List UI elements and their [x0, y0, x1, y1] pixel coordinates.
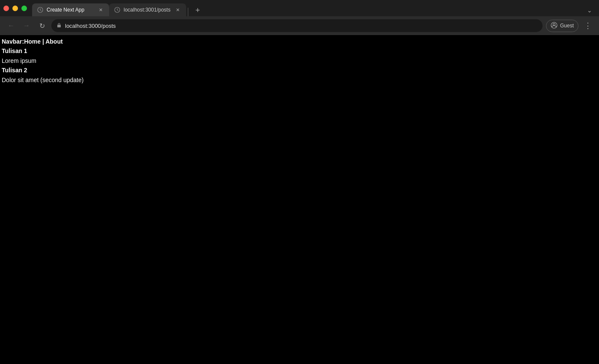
maximize-button[interactable]: [21, 6, 27, 11]
minimize-button[interactable]: [12, 6, 18, 11]
tab-divider: [188, 8, 188, 16]
tab-title-1: Create Next App: [47, 7, 94, 13]
forward-button[interactable]: →: [21, 20, 33, 32]
url-text: localhost:3000/posts: [65, 23, 537, 29]
post-1-title: Tulisan 1: [0, 46, 599, 56]
profile-button[interactable]: Guest: [546, 20, 578, 32]
browser-chrome: Create Next App ✕ localhost:3001/posts ✕…: [0, 0, 599, 35]
lock-icon: [56, 23, 62, 29]
refresh-button[interactable]: ↻: [36, 20, 48, 32]
post-2-title: Tulisan 2: [0, 65, 599, 75]
close-button[interactable]: [3, 6, 9, 11]
back-button[interactable]: ←: [5, 20, 17, 32]
svg-rect-2: [57, 25, 61, 27]
tab-favicon-1: [37, 7, 43, 13]
more-options-button[interactable]: ⋮: [582, 20, 594, 32]
window-controls: [3, 6, 27, 11]
post-1-body: Lorem ipsum: [0, 56, 599, 65]
navbar-text: Navbar:Home | About: [0, 37, 599, 46]
tab-create-next-app[interactable]: Create Next App ✕: [32, 3, 109, 16]
tab-close-2[interactable]: ✕: [174, 6, 181, 13]
tab-expand-button[interactable]: ⌄: [584, 4, 596, 16]
tabs-container: Create Next App ✕ localhost:3001/posts ✕…: [32, 0, 596, 16]
svg-point-4: [553, 23, 555, 25]
tab-localhost-3001[interactable]: localhost:3001/posts ✕: [109, 3, 186, 16]
url-bar[interactable]: localhost:3000/posts: [51, 19, 543, 32]
post-2-body: Dolor sit amet (second update): [0, 75, 599, 85]
tab-title-2: localhost:3001/posts: [124, 7, 171, 13]
address-bar: ← → ↻ localhost:3000/posts Guest ⋮: [0, 16, 599, 35]
tab-close-1[interactable]: ✕: [97, 6, 104, 13]
page-content: Navbar:Home | About Tulisan 1 Lorem ipsu…: [0, 35, 599, 364]
profile-label: Guest: [560, 23, 574, 29]
tab-bar: Create Next App ✕ localhost:3001/posts ✕…: [0, 0, 599, 16]
tab-favicon-2: [114, 7, 120, 13]
new-tab-button[interactable]: +: [192, 4, 204, 16]
profile-icon: [551, 22, 557, 30]
